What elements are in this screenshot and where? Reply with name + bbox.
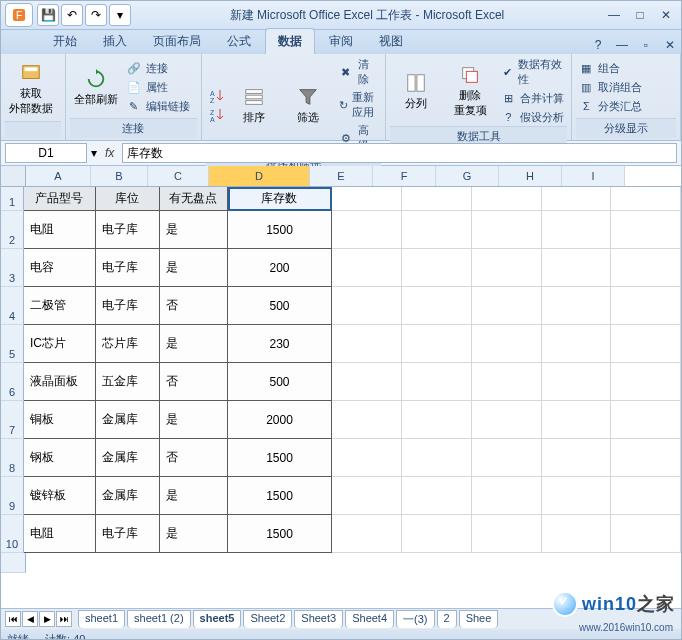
filter-button[interactable]: 筛选 [282, 84, 334, 127]
sheet-tab-Sheet3[interactable]: Sheet3 [294, 610, 343, 628]
cell-F8[interactable] [402, 439, 472, 477]
sort-button[interactable]: 排序 [228, 84, 280, 127]
col-header-E[interactable]: E [310, 166, 373, 186]
col-header-H[interactable]: H [499, 166, 562, 186]
cell-G9[interactable] [472, 477, 542, 515]
doc-restore-button[interactable]: ▫ [635, 36, 657, 54]
cell-H7[interactable] [542, 401, 612, 439]
cell-H8[interactable] [542, 439, 612, 477]
cell-F5[interactable] [402, 325, 472, 363]
tab-review[interactable]: 审阅 [317, 29, 365, 54]
cell-I7[interactable] [611, 401, 681, 439]
cell-I6[interactable] [611, 363, 681, 401]
sheet-tab-Sheet4[interactable]: Sheet4 [345, 610, 394, 628]
properties-button[interactable]: 📄属性 [124, 78, 192, 96]
cell-C4[interactable]: 否 [160, 287, 228, 325]
cell-B7[interactable]: 金属库 [96, 401, 160, 439]
cell-A5[interactable]: IC芯片 [24, 325, 96, 363]
cell-E9[interactable] [332, 477, 402, 515]
cell-A2[interactable]: 电阻 [24, 211, 96, 249]
minimize-button[interactable]: — [603, 6, 625, 24]
cell-D9[interactable]: 1500 [228, 477, 333, 515]
cell-E10[interactable] [332, 515, 402, 553]
cell-B1[interactable]: 库位 [96, 187, 160, 211]
doc-minimize-button[interactable]: — [611, 36, 633, 54]
name-box-dropdown[interactable]: ▾ [91, 146, 97, 160]
consolidate-button[interactable]: ⊞合并计算 [498, 89, 567, 107]
sort-asc-button[interactable]: AZ [206, 87, 226, 105]
select-all-corner[interactable] [1, 166, 26, 186]
tab-nav-last[interactable]: ⏭ [56, 611, 72, 627]
connections-button[interactable]: 🔗连接 [124, 59, 192, 77]
cell-H3[interactable] [542, 249, 612, 287]
cell-H2[interactable] [542, 211, 612, 249]
cell-C9[interactable]: 是 [160, 477, 228, 515]
cell-C1[interactable]: 有无盘点 [160, 187, 228, 211]
cell-B3[interactable]: 电子库 [96, 249, 160, 287]
cell-F10[interactable] [402, 515, 472, 553]
cell-A7[interactable]: 铜板 [24, 401, 96, 439]
cell-B4[interactable]: 电子库 [96, 287, 160, 325]
cell-B5[interactable]: 芯片库 [96, 325, 160, 363]
row-header-1[interactable]: 1 [1, 187, 24, 211]
cell-G3[interactable] [472, 249, 542, 287]
cell-A10[interactable]: 电阻 [24, 515, 96, 553]
qat-more-button[interactable]: ▾ [109, 4, 131, 26]
cell-G1[interactable] [472, 187, 542, 211]
sort-desc-button[interactable]: ZA [206, 106, 226, 124]
cell-E1[interactable] [332, 187, 402, 211]
tab-nav-first[interactable]: ⏮ [5, 611, 21, 627]
sheet-tab-sheet5[interactable]: sheet5 [193, 610, 242, 628]
cell-E5[interactable] [332, 325, 402, 363]
sheet-tab-2[interactable]: 2 [437, 610, 457, 628]
qat-save-button[interactable]: 💾 [37, 4, 59, 26]
cell-G8[interactable] [472, 439, 542, 477]
tab-home[interactable]: 开始 [41, 29, 89, 54]
row-header-3[interactable]: 3 [1, 249, 24, 287]
sheet-tab-sheet1-(2)[interactable]: sheet1 (2) [127, 610, 191, 628]
cell-G10[interactable] [472, 515, 542, 553]
col-header-G[interactable]: G [436, 166, 499, 186]
cell-F7[interactable] [402, 401, 472, 439]
tab-nav-next[interactable]: ▶ [39, 611, 55, 627]
cell-A1[interactable]: 产品型号 [24, 187, 96, 211]
qat-undo-button[interactable]: ↶ [61, 4, 83, 26]
qat-redo-button[interactable]: ↷ [85, 4, 107, 26]
tab-nav-prev[interactable]: ◀ [22, 611, 38, 627]
cell-A3[interactable]: 电容 [24, 249, 96, 287]
col-header-B[interactable]: B [91, 166, 148, 186]
clear-filter-button[interactable]: ✖清除 [336, 56, 381, 88]
cell-I3[interactable] [611, 249, 681, 287]
cell-A9[interactable]: 镀锌板 [24, 477, 96, 515]
tab-layout[interactable]: 页面布局 [141, 29, 213, 54]
cell-B2[interactable]: 电子库 [96, 211, 160, 249]
cell-F4[interactable] [402, 287, 472, 325]
cell-E6[interactable] [332, 363, 402, 401]
ribbon-help-button[interactable]: ? [587, 36, 609, 54]
cell-A4[interactable]: 二极管 [24, 287, 96, 325]
tab-insert[interactable]: 插入 [91, 29, 139, 54]
what-if-button[interactable]: ?假设分析 [498, 108, 567, 126]
cell-C10[interactable]: 是 [160, 515, 228, 553]
edit-links-button[interactable]: ✎编辑链接 [124, 97, 192, 115]
sheet-tab-Sheet2[interactable]: Sheet2 [243, 610, 292, 628]
grid-rows[interactable]: 1产品型号库位有无盘点库存数2电阻电子库是15003电容电子库是2004二极管电… [1, 187, 681, 608]
cell-C5[interactable]: 是 [160, 325, 228, 363]
cell-H4[interactable] [542, 287, 612, 325]
cell-E4[interactable] [332, 287, 402, 325]
col-header-D[interactable]: D [209, 166, 310, 186]
cell-G6[interactable] [472, 363, 542, 401]
cell-H1[interactable] [542, 187, 612, 211]
cell-G7[interactable] [472, 401, 542, 439]
cell-F2[interactable] [402, 211, 472, 249]
cell-D1[interactable]: 库存数 [228, 187, 333, 211]
cell-D5[interactable]: 230 [228, 325, 333, 363]
row-header-10[interactable]: 10 [1, 515, 24, 553]
sheet-tab-一(3)[interactable]: 一(3) [396, 610, 434, 628]
cell-B8[interactable]: 金属库 [96, 439, 160, 477]
reapply-button[interactable]: ↻重新应用 [336, 89, 381, 121]
cell-D2[interactable]: 1500 [228, 211, 333, 249]
cell-H10[interactable] [542, 515, 612, 553]
cell-I5[interactable] [611, 325, 681, 363]
tab-formulas[interactable]: 公式 [215, 29, 263, 54]
